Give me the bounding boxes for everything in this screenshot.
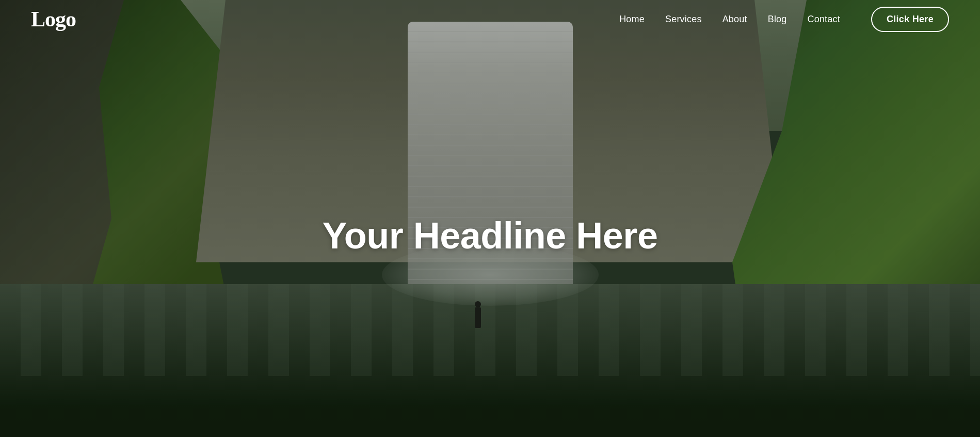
nav-item-contact[interactable]: Contact — [808, 14, 840, 25]
nav-item-about[interactable]: About — [722, 14, 747, 25]
nav-link-blog[interactable]: Blog — [768, 14, 787, 24]
nav-item-home[interactable]: Home — [619, 14, 645, 25]
nav-item-services[interactable]: Services — [665, 14, 702, 25]
navbar: Logo Home Services About Blog Contact Cl… — [0, 0, 980, 38]
nav-link-home[interactable]: Home — [619, 14, 645, 24]
nav-item-blog[interactable]: Blog — [768, 14, 787, 25]
nav-links: Home Services About Blog Contact — [619, 14, 840, 25]
hero-section: Logo Home Services About Blog Contact Cl… — [0, 0, 980, 437]
nav-link-services[interactable]: Services — [665, 14, 702, 24]
cta-button[interactable]: Click Here — [871, 7, 949, 32]
nav-link-contact[interactable]: Contact — [808, 14, 840, 24]
logo: Logo — [31, 7, 76, 32]
hero-headline-container: Your Headline Here — [323, 214, 658, 257]
hero-headline: Your Headline Here — [323, 214, 658, 257]
nav-link-about[interactable]: About — [722, 14, 747, 24]
